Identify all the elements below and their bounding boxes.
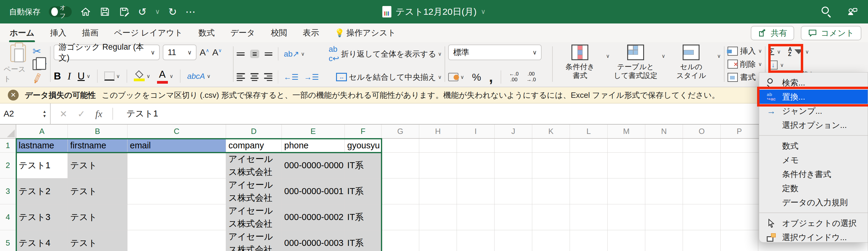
wrap-text-button[interactable]: abc↩ 折り返して全体を表示する ∨ bbox=[329, 44, 442, 63]
percent-style-button[interactable]: % bbox=[472, 71, 481, 83]
cell-I4[interactable] bbox=[457, 204, 495, 230]
more-icon[interactable]: ⋯ bbox=[185, 7, 195, 17]
cell-C3[interactable] bbox=[127, 178, 226, 204]
cell-J2[interactable] bbox=[495, 153, 532, 178]
menu-item-7[interactable]: 条件付き書式 bbox=[759, 167, 868, 181]
cell-D4[interactable]: アイセールス株式会社 bbox=[226, 204, 282, 230]
cell-E2[interactable]: 000-0000-0000 bbox=[282, 153, 345, 178]
font-color-button[interactable]: A∨ bbox=[157, 69, 173, 84]
cell-M5[interactable] bbox=[608, 230, 645, 251]
cell-H5[interactable] bbox=[419, 230, 457, 251]
insert-function-icon[interactable]: fx bbox=[95, 108, 102, 119]
undo-icon[interactable]: ↺ bbox=[138, 7, 147, 17]
align-top-icon[interactable] bbox=[237, 50, 244, 58]
comment-button[interactable]: コメント bbox=[801, 26, 861, 40]
cell-H4[interactable] bbox=[419, 204, 457, 230]
cell-M1[interactable] bbox=[608, 139, 645, 153]
cell-F1[interactable]: gyousyu bbox=[345, 139, 381, 153]
home-icon[interactable] bbox=[80, 6, 91, 17]
cell-B5[interactable]: テスト bbox=[68, 230, 127, 251]
sort-filter-button[interactable]: A Z∨ bbox=[788, 47, 822, 57]
cell-L2[interactable] bbox=[570, 153, 608, 178]
column-header-E[interactable]: E bbox=[282, 124, 345, 138]
cell-M4[interactable] bbox=[608, 204, 645, 230]
menu-item-12[interactable]: 選択ウインドウ... bbox=[759, 230, 868, 244]
menu-item-6[interactable]: メモ bbox=[759, 153, 868, 167]
cell-E4[interactable]: 000-0000-0002 bbox=[282, 204, 345, 230]
column-header-B[interactable]: B bbox=[68, 124, 127, 138]
cell-N1[interactable] bbox=[645, 139, 683, 153]
cell-F4[interactable]: IT系 bbox=[345, 204, 381, 230]
cell-C5[interactable] bbox=[127, 230, 226, 251]
column-header-K[interactable]: K bbox=[532, 124, 570, 138]
menu-item-9[interactable]: データの入力規則 bbox=[759, 195, 868, 210]
decrease-font-icon[interactable]: A∨ bbox=[212, 48, 222, 57]
cell-E1[interactable]: phone bbox=[282, 139, 345, 153]
cell-D3[interactable]: アイセールス株式会社 bbox=[226, 178, 282, 204]
cell-I3[interactable] bbox=[457, 178, 495, 204]
format-as-table-button[interactable]: テーブルと して書式設定 bbox=[612, 44, 660, 80]
column-header-D[interactable]: D bbox=[226, 124, 282, 138]
column-header-H[interactable]: H bbox=[419, 124, 457, 138]
cell-B1[interactable]: firstname bbox=[68, 139, 127, 153]
cell-F5[interactable]: IT系 bbox=[345, 230, 381, 251]
cell-M3[interactable] bbox=[608, 178, 645, 204]
row-header-5[interactable]: 5 bbox=[0, 230, 16, 251]
cell-H3[interactable] bbox=[419, 178, 457, 204]
format-cells-button[interactable]: 書式∨ bbox=[727, 72, 762, 82]
column-header-I[interactable]: I bbox=[457, 124, 495, 138]
column-header-J[interactable]: J bbox=[495, 124, 532, 138]
delete-cells-button[interactable]: 削除∨ bbox=[727, 59, 762, 70]
cell-O5[interactable] bbox=[683, 230, 721, 251]
cell-N2[interactable] bbox=[645, 153, 683, 178]
save-as-icon[interactable] bbox=[119, 6, 130, 17]
borders-button[interactable]: ∨ bbox=[104, 72, 120, 81]
cell-J4[interactable] bbox=[495, 204, 532, 230]
cancel-entry-icon[interactable]: ✕ bbox=[60, 109, 67, 119]
tab-5[interactable]: データ bbox=[230, 25, 255, 41]
row-header-2[interactable]: 2 bbox=[0, 153, 16, 178]
column-header-O[interactable]: O bbox=[683, 124, 721, 138]
column-header-M[interactable]: M bbox=[608, 124, 645, 138]
cell-L4[interactable] bbox=[570, 204, 608, 230]
cell-E3[interactable]: 000-0000-0001 bbox=[282, 178, 345, 204]
cell-A5[interactable]: テスト4 bbox=[16, 230, 68, 251]
column-header-L[interactable]: L bbox=[570, 124, 608, 138]
text-effects-button[interactable]: abcA∨ bbox=[187, 72, 211, 81]
font-size-select[interactable]: 11∨ bbox=[163, 44, 196, 60]
cell-K4[interactable] bbox=[532, 204, 570, 230]
menu-item-8[interactable]: 定数 bbox=[759, 181, 868, 195]
number-format-select[interactable]: 標準∨ bbox=[448, 44, 541, 60]
cell-P3[interactable] bbox=[721, 178, 758, 204]
confirm-entry-icon[interactable]: ✓ bbox=[78, 109, 85, 119]
cell-I2[interactable] bbox=[457, 153, 495, 178]
document-title-area[interactable]: テスト12月20日(月) ∨ bbox=[382, 0, 486, 24]
format-painter-icon[interactable]: 🖉 bbox=[31, 70, 49, 85]
cell-I5[interactable] bbox=[457, 230, 495, 251]
cell-K2[interactable] bbox=[532, 153, 570, 178]
underline-button[interactable]: U∨ bbox=[78, 70, 90, 82]
cell-styles-button[interactable]: セルの スタイル bbox=[667, 44, 715, 80]
orientation-button[interactable]: ab↗∨ bbox=[284, 49, 305, 59]
cell-I1[interactable] bbox=[457, 139, 495, 153]
tab-6[interactable]: 校閲 bbox=[270, 25, 287, 41]
autosum-button[interactable]: Σ∨ bbox=[769, 46, 784, 58]
italic-button[interactable]: I bbox=[67, 71, 71, 82]
cell-B3[interactable]: テスト bbox=[68, 178, 127, 204]
cell-A1[interactable]: lastname bbox=[16, 139, 68, 153]
cell-G3[interactable] bbox=[381, 178, 419, 204]
cell-M2[interactable] bbox=[608, 153, 645, 178]
column-header-P[interactable]: P bbox=[721, 124, 758, 138]
align-right-icon[interactable] bbox=[264, 73, 272, 81]
tab-7[interactable]: 表示 bbox=[302, 25, 319, 41]
search-icon[interactable] bbox=[822, 7, 832, 17]
cell-F2[interactable]: IT系 bbox=[345, 153, 381, 178]
cell-F3[interactable]: IT系 bbox=[345, 178, 381, 204]
cell-C1[interactable]: email bbox=[127, 139, 226, 153]
tab-0[interactable]: ホーム bbox=[9, 25, 35, 41]
cell-B4[interactable]: テスト bbox=[68, 204, 127, 230]
cell-G4[interactable] bbox=[381, 204, 419, 230]
cell-A4[interactable]: テスト3 bbox=[16, 204, 68, 230]
tab-2[interactable]: 描画 bbox=[82, 25, 99, 41]
row-header-1[interactable]: 1 bbox=[0, 139, 16, 153]
